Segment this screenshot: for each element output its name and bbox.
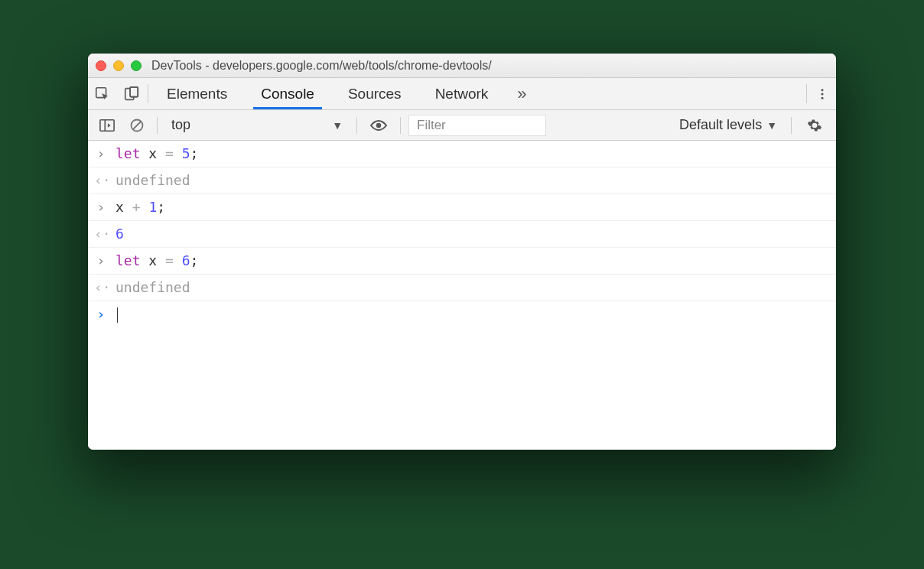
console-settings-button[interactable] — [799, 118, 830, 133]
prompt-input[interactable] — [116, 306, 118, 323]
console-output-row: ‹·6 — [88, 221, 836, 248]
titlebar: DevTools - developers.google.com/web/too… — [88, 54, 836, 78]
svg-point-11 — [376, 122, 381, 127]
chevron-down-icon: ▼ — [766, 119, 777, 132]
console-input-row: ›let x = 5; — [88, 141, 836, 167]
window-title: DevTools - developers.google.com/web/too… — [151, 59, 492, 73]
console-output[interactable]: ›let x = 5;‹·undefined›x + 1;‹·6›let x =… — [88, 141, 836, 450]
traffic-lights — [96, 60, 142, 71]
console-input-row: ›let x = 6; — [88, 248, 836, 275]
filter-input[interactable] — [408, 115, 546, 136]
console-prompt-row[interactable]: › — [88, 301, 836, 327]
chevron-down-icon: ▼ — [332, 119, 343, 132]
tab-elements[interactable]: Elements — [150, 78, 244, 109]
tabbar: Elements Console Sources Network » — [88, 78, 836, 110]
tab-network[interactable]: Network — [418, 78, 506, 109]
minimize-window-button[interactable] — [113, 60, 124, 71]
input-prompt-icon: › — [94, 252, 108, 269]
output-arrow-icon: ‹· — [94, 172, 108, 189]
divider — [356, 117, 357, 134]
svg-point-4 — [822, 89, 824, 91]
log-levels-selector[interactable]: Default levels ▼ — [673, 117, 783, 133]
divider — [400, 117, 401, 134]
tabs-overflow-button[interactable]: » — [505, 78, 538, 109]
console-output-row: ‹·undefined — [88, 167, 836, 194]
zoom-window-button[interactable] — [131, 60, 142, 71]
console-input-row: ›x + 1; — [88, 194, 836, 221]
execution-context-selector[interactable]: top ▼ — [165, 114, 349, 136]
tab-label: Network — [435, 86, 489, 102]
divider — [148, 84, 148, 103]
console-output-row: ‹·undefined — [88, 275, 836, 301]
tab-label: Console — [261, 86, 314, 102]
device-toolbar-button[interactable] — [117, 78, 146, 109]
svg-rect-2 — [130, 86, 138, 96]
svg-line-10 — [133, 122, 141, 129]
console-sidebar-toggle[interactable] — [94, 115, 120, 136]
close-window-button[interactable] — [96, 60, 106, 71]
output-arrow-icon: ‹· — [94, 279, 108, 296]
tab-console[interactable]: Console — [244, 78, 331, 109]
inspect-element-button[interactable] — [88, 78, 117, 109]
divider — [791, 117, 792, 134]
input-prompt-icon: › — [94, 145, 108, 162]
spacer — [539, 78, 805, 109]
levels-label: Default levels — [679, 117, 762, 133]
svg-rect-7 — [100, 119, 114, 131]
code-text: undefined — [116, 279, 190, 295]
output-arrow-icon: ‹· — [94, 226, 108, 242]
input-prompt-icon: › — [94, 199, 108, 216]
live-expression-button[interactable] — [365, 115, 392, 135]
code-text: 6 — [116, 226, 124, 242]
context-label: top — [171, 117, 190, 133]
tab-sources[interactable]: Sources — [331, 78, 418, 109]
devtools-window: DevTools - developers.google.com/web/too… — [88, 54, 836, 450]
code-text: let x = 6; — [116, 252, 198, 268]
code-text: undefined — [116, 172, 190, 188]
tab-label: Sources — [348, 86, 402, 102]
code-text: x + 1; — [116, 199, 165, 215]
console-toolbar: top ▼ Default levels ▼ — [88, 110, 836, 141]
svg-point-6 — [822, 96, 824, 99]
tabs-list: Elements Console Sources Network — [150, 78, 505, 109]
clear-console-button[interactable] — [125, 115, 149, 136]
divider — [806, 84, 807, 103]
svg-point-5 — [822, 93, 824, 95]
divider — [157, 117, 158, 134]
chevron-double-right-icon: » — [517, 84, 526, 104]
tab-label: Elements — [167, 86, 227, 102]
prompt-icon: › — [94, 306, 108, 323]
settings-menu-button[interactable] — [808, 78, 836, 109]
code-text: let x = 5; — [116, 145, 198, 161]
